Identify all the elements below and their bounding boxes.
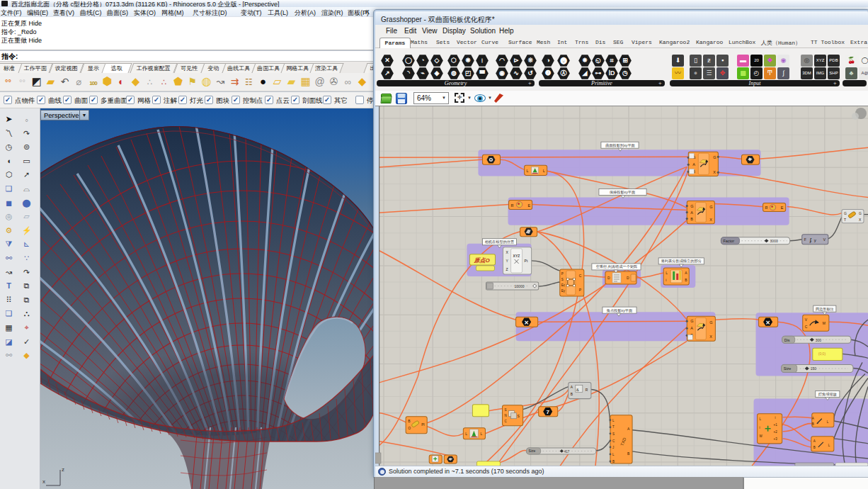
svg-text:S: S <box>561 278 564 281</box>
svg-text:L: L <box>480 432 482 436</box>
svg-text:G: G <box>713 155 716 159</box>
svg-text:G: G <box>690 204 693 208</box>
svg-text:S: S <box>612 432 615 436</box>
svg-text:Z: Z <box>506 267 508 271</box>
svg-text:T: T <box>844 218 846 222</box>
svg-text:G: G <box>690 319 693 323</box>
svg-text:空乘行,列再组成一个矩阵: 空乘行,列再组成一个矩阵 <box>596 264 638 269</box>
svg-text:B: B <box>612 460 615 463</box>
svg-text:X: X <box>709 218 712 222</box>
svg-text:L: L <box>543 169 545 173</box>
svg-text:A: A <box>812 417 814 420</box>
svg-text:y: y <box>814 238 816 242</box>
svg-text:i: i <box>760 426 760 429</box>
svg-text:C: C <box>805 325 808 329</box>
svg-text:S: S <box>505 408 507 412</box>
svg-text:L: L <box>465 432 467 436</box>
svg-text:N: N <box>505 414 507 417</box>
svg-text:+1: +1 <box>774 423 778 427</box>
svg-text:3000: 3000 <box>770 239 778 243</box>
svg-text:P: P <box>561 272 564 276</box>
svg-text:R: R <box>511 203 514 208</box>
svg-text:✕: ✕ <box>524 320 529 326</box>
svg-text:G: G <box>844 211 847 215</box>
svg-text:Ec: Ec <box>561 283 566 287</box>
svg-text:L: L <box>666 271 668 275</box>
svg-text:角点投影xy平面: 角点投影xy平面 <box>607 308 632 313</box>
svg-text:+3: +3 <box>774 437 778 441</box>
svg-text:E: E <box>781 206 784 210</box>
svg-text:W: W <box>760 434 763 438</box>
svg-text:四边形标注: 四边形标注 <box>816 307 835 312</box>
svg-text:Pl: Pl <box>421 422 424 427</box>
svg-text:Factor: Factor <box>723 239 734 243</box>
svg-text:R: R <box>586 388 588 392</box>
svg-text:E: E <box>528 203 531 208</box>
svg-text:X: X <box>709 335 712 339</box>
svg-text:(0;0): (0;0) <box>818 352 826 356</box>
svg-text:A: A <box>690 326 693 330</box>
svg-text:Size: Size <box>784 366 792 371</box>
svg-text:G: G <box>709 205 712 209</box>
svg-text:B: B <box>813 446 816 449</box>
svg-text:7: 7 <box>546 409 549 415</box>
svg-text:A: A <box>813 439 816 443</box>
svg-text:B: B <box>690 217 693 221</box>
svg-text:Pt: Pt <box>525 259 528 263</box>
svg-text:XYZ: XYZ <box>513 254 520 258</box>
svg-text:将列表分割成独立的部分: 将列表分割成独立的部分 <box>661 259 702 264</box>
svg-text:A: A <box>692 162 695 167</box>
svg-text:✕: ✕ <box>765 320 770 326</box>
svg-text:x: x <box>42 478 45 485</box>
svg-text:D: D <box>627 276 629 280</box>
svg-text:i: i <box>666 278 666 282</box>
svg-text:+2: +2 <box>774 430 778 434</box>
svg-text:X: X <box>713 170 716 174</box>
svg-text:J: J <box>612 446 614 449</box>
svg-text:R: R <box>765 206 768 210</box>
svg-text:300: 300 <box>816 338 822 342</box>
svg-text:G: G <box>859 211 862 215</box>
svg-text:T: T <box>612 425 615 429</box>
svg-text:z: z <box>62 466 64 473</box>
svg-text:Dis: Dis <box>784 338 790 342</box>
svg-text:&: & <box>576 388 579 392</box>
svg-text:相机在模型的位置: 相机在模型的位置 <box>485 240 515 244</box>
svg-text:C: C <box>579 274 582 278</box>
svg-text:原点O: 原点O <box>473 257 490 264</box>
svg-text:D: D <box>607 276 610 280</box>
svg-text:B: B <box>812 422 814 426</box>
svg-text:417: 417 <box>564 450 570 454</box>
svg-text:i: i <box>775 416 776 420</box>
svg-text:A: A <box>690 210 693 215</box>
svg-text:M: M <box>823 321 826 325</box>
svg-text:Size: Size <box>529 449 536 453</box>
svg-text:灯角域缩放: 灯角域缩放 <box>818 392 838 397</box>
svg-text:L: L <box>527 169 529 173</box>
svg-text:F: F <box>804 237 806 242</box>
svg-text:保持投影xy平面: 保持投影xy平面 <box>610 190 635 195</box>
svg-text:G: G <box>709 320 712 325</box>
svg-text:Ey: Ey <box>561 289 566 293</box>
svg-text:O: O <box>408 426 411 430</box>
svg-text:曲面投影到xy平面: 曲面投影到xy平面 <box>605 143 635 148</box>
svg-text:10000: 10000 <box>515 285 525 289</box>
svg-text:150: 150 <box>811 366 817 371</box>
